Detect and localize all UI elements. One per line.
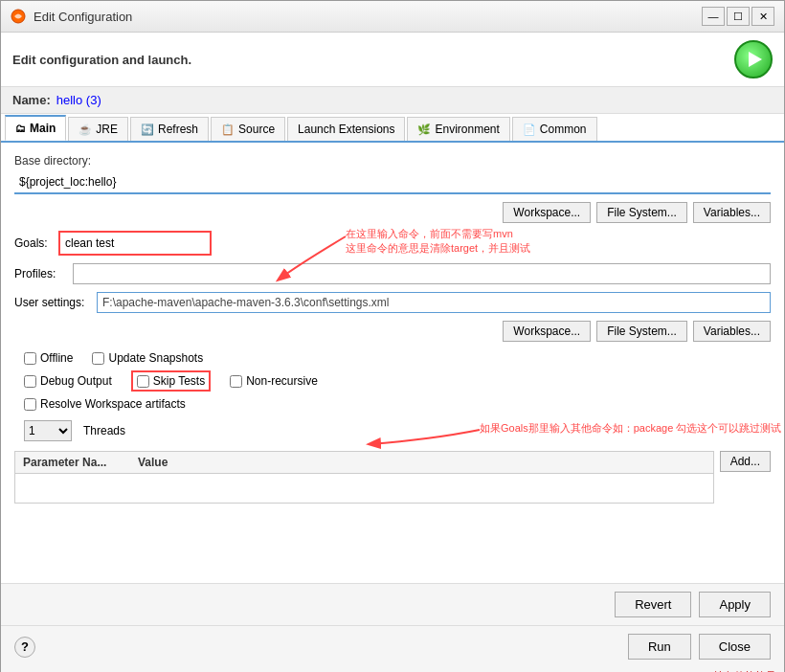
- file-system-button-1[interactable]: File System...: [596, 202, 687, 223]
- profiles-input[interactable]: [73, 263, 771, 284]
- source-tab-icon: 📋: [221, 123, 235, 136]
- non-recursive-label: Non-recursive: [246, 374, 318, 388]
- user-settings-input[interactable]: [97, 292, 771, 313]
- environment-tab-icon: 🌿: [417, 123, 431, 136]
- window-controls: — ☐ ✕: [702, 7, 774, 26]
- tab-jre[interactable]: ☕ JRE: [68, 117, 128, 141]
- threads-label: Threads: [83, 424, 125, 437]
- parameter-table: Parameter Na... Value: [14, 451, 714, 504]
- user-settings-buttons: Workspace... File System... Variables...: [14, 321, 771, 342]
- user-settings-label: User settings:: [14, 296, 91, 309]
- minimize-button[interactable]: —: [702, 7, 725, 26]
- debug-output-checkbox-item: Debug Output: [24, 374, 112, 388]
- non-recursive-checkbox-item: Non-recursive: [230, 374, 318, 388]
- profiles-row: Profiles:: [14, 263, 771, 284]
- tab-common[interactable]: 📄 Common: [512, 117, 597, 141]
- offline-checkbox-item: Offline: [24, 351, 73, 365]
- tab-environment-label: Environment: [435, 123, 499, 136]
- threads-row: 1 2 4 Threads: [14, 420, 771, 441]
- title-bar-left: Edit Configuration: [11, 9, 132, 24]
- skip-tests-checkbox[interactable]: [137, 375, 149, 388]
- edit-configuration-window: Edit Configuration — ☐ ✕ Edit configurat…: [0, 0, 785, 672]
- base-directory-input[interactable]: [14, 171, 771, 194]
- threads-select[interactable]: 1 2 4: [24, 420, 72, 441]
- workspace-button-2[interactable]: Workspace...: [503, 321, 591, 342]
- name-label: Name:: [12, 93, 51, 107]
- subtitle-text: Edit configuration and launch.: [12, 53, 191, 67]
- tabs-bar: 🗂 Main ☕ JRE 🔄 Refresh 📋 Source Launch E…: [1, 114, 784, 143]
- offline-checkbox[interactable]: [24, 352, 36, 365]
- tab-launch-ext-label: Launch Extensions: [298, 123, 394, 136]
- tab-source-label: Source: [238, 123, 275, 136]
- dialog-bottom: ? Run Close: [1, 625, 784, 667]
- parameter-table-area: Parameter Na... Value Add...: [14, 451, 771, 513]
- checkbox-row-2: Debug Output Skip Tests Non-recursive: [24, 370, 771, 392]
- base-directory-label: Base directory:: [14, 154, 771, 168]
- watermark: CSDN @持久的棒棒君: [1, 667, 784, 672]
- workspace-button-1[interactable]: Workspace...: [503, 202, 591, 223]
- base-directory-row: [14, 171, 771, 194]
- goals-row: Goals:: [14, 231, 771, 256]
- resolve-workspace-checkbox[interactable]: [24, 398, 36, 411]
- run-dialog-button[interactable]: Run: [628, 634, 691, 660]
- run-button[interactable]: [734, 40, 773, 78]
- update-snapshots-checkbox[interactable]: [92, 352, 104, 365]
- resolve-workspace-checkbox-item: Resolve Workspace artifacts: [24, 397, 186, 411]
- table-header: Parameter Na... Value: [15, 452, 713, 474]
- tab-main-label: Main: [30, 122, 56, 135]
- help-button[interactable]: ?: [14, 637, 35, 658]
- refresh-tab-icon: 🔄: [141, 123, 154, 136]
- common-tab-icon: 📄: [523, 123, 536, 136]
- close-dialog-button[interactable]: Close: [699, 634, 771, 660]
- window-title: Edit Configuration: [34, 10, 132, 24]
- tab-jre-label: JRE: [96, 123, 118, 136]
- name-bar: Name: hello (3): [1, 87, 784, 114]
- bottom-buttons: Revert Apply: [1, 583, 784, 625]
- update-snapshots-checkbox-item: Update Snapshots: [92, 351, 203, 365]
- tab-environment[interactable]: 🌿 Environment: [407, 117, 509, 141]
- jre-tab-icon: ☕: [78, 123, 92, 136]
- variables-button-2[interactable]: Variables...: [693, 321, 771, 342]
- tab-launch-extensions[interactable]: Launch Extensions: [287, 117, 405, 141]
- tab-refresh[interactable]: 🔄 Refresh: [130, 117, 209, 141]
- main-tab-icon: 🗂: [15, 123, 26, 134]
- subtitle-bar: Edit configuration and launch.: [1, 33, 784, 87]
- table-col-name: Parameter Na...: [23, 456, 138, 469]
- update-snapshots-label: Update Snapshots: [108, 351, 203, 365]
- debug-output-checkbox[interactable]: [24, 375, 36, 388]
- play-icon: [749, 52, 762, 67]
- tab-common-label: Common: [540, 123, 587, 136]
- add-button[interactable]: Add...: [720, 451, 771, 472]
- base-directory-buttons: Workspace... File System... Variables...: [14, 202, 771, 223]
- tab-main[interactable]: 🗂 Main: [5, 115, 66, 141]
- checkbox-row-1: Offline Update Snapshots: [24, 351, 771, 365]
- goals-input[interactable]: [58, 231, 212, 256]
- name-value: hello (3): [56, 93, 101, 107]
- dialog-action-buttons: Run Close: [628, 634, 771, 660]
- variables-button-1[interactable]: Variables...: [693, 202, 771, 223]
- close-button[interactable]: ✕: [751, 7, 774, 26]
- tab-source[interactable]: 📋 Source: [211, 117, 285, 141]
- table-body: [15, 474, 713, 503]
- maximize-button[interactable]: ☐: [727, 7, 750, 26]
- profiles-label: Profiles:: [14, 267, 67, 280]
- app-icon: [11, 9, 26, 24]
- tab-refresh-label: Refresh: [158, 123, 198, 136]
- main-content: Base directory: Workspace... File System…: [1, 143, 784, 583]
- checkbox-row-3: Resolve Workspace artifacts: [24, 397, 771, 411]
- table-col-value: Value: [138, 456, 706, 469]
- offline-label: Offline: [40, 351, 73, 365]
- debug-output-label: Debug Output: [40, 374, 112, 388]
- skip-tests-checkbox-item: Skip Tests: [131, 370, 211, 392]
- user-settings-row: User settings:: [14, 292, 771, 313]
- title-bar: Edit Configuration — ☐ ✕: [1, 1, 784, 33]
- resolve-workspace-label: Resolve Workspace artifacts: [40, 397, 186, 411]
- revert-button[interactable]: Revert: [615, 592, 691, 617]
- apply-button[interactable]: Apply: [699, 592, 771, 617]
- non-recursive-checkbox[interactable]: [230, 375, 242, 388]
- skip-tests-label: Skip Tests: [153, 374, 205, 388]
- checkboxes-section: Offline Update Snapshots Debug Output Sk…: [14, 351, 771, 411]
- goals-label: Goals:: [14, 236, 53, 250]
- file-system-button-2[interactable]: File System...: [596, 321, 687, 342]
